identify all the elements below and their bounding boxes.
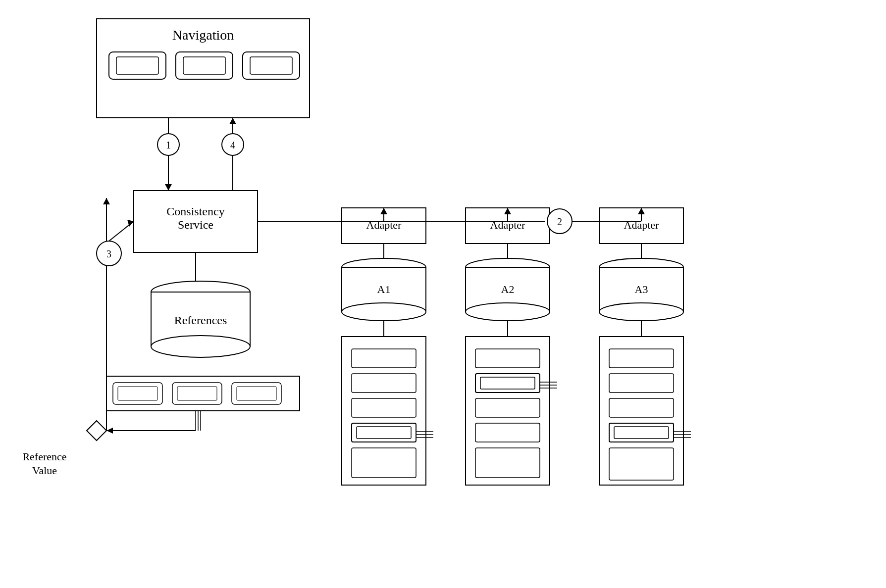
svg-text:1: 1: [166, 140, 171, 150]
svg-rect-23: [352, 374, 416, 392]
svg-rect-36: [480, 377, 535, 389]
svg-rect-12: [237, 387, 276, 400]
svg-point-33: [466, 303, 550, 321]
db-a2-label: A2: [501, 283, 515, 295]
svg-rect-5: [250, 57, 292, 74]
svg-text:4: 4: [230, 140, 235, 150]
svg-text:Value: Value: [32, 464, 57, 477]
svg-rect-10: [118, 387, 157, 400]
db-a3-label: A3: [635, 283, 648, 295]
svg-text:Service: Service: [178, 218, 213, 231]
svg-rect-50: [614, 427, 669, 439]
reference-value-diamond: [87, 421, 106, 441]
svg-rect-26: [357, 427, 411, 439]
reference-value-label: Reference: [22, 450, 66, 463]
svg-marker-64: [229, 118, 236, 124]
svg-rect-42: [475, 448, 540, 478]
architecture-diagram: Navigation Consistency Service Reference…: [0, 0, 886, 588]
svg-rect-4: [183, 57, 225, 74]
svg-rect-34: [475, 349, 540, 368]
svg-text:3: 3: [106, 248, 111, 259]
svg-rect-40: [475, 398, 540, 417]
svg-rect-41: [475, 423, 540, 442]
svg-rect-46: [609, 349, 674, 368]
references-db-bottom: [151, 336, 250, 357]
svg-marker-17: [106, 428, 113, 434]
svg-text:2: 2: [557, 216, 562, 227]
db-a1-label: A1: [377, 283, 391, 295]
svg-rect-48: [609, 398, 674, 417]
svg-point-21: [342, 303, 426, 321]
svg-marker-89: [103, 198, 110, 204]
diagram-container: Navigation Consistency Service Reference…: [0, 0, 886, 588]
svg-rect-22: [352, 349, 416, 368]
references-label: References: [174, 314, 227, 327]
consistency-service-label: Consistency: [166, 205, 224, 218]
svg-rect-47: [609, 374, 674, 392]
svg-rect-54: [609, 448, 674, 480]
svg-rect-24: [352, 398, 416, 417]
svg-marker-59: [165, 184, 172, 191]
svg-rect-3: [116, 57, 158, 74]
svg-rect-30: [352, 448, 416, 478]
navigation-label: Navigation: [172, 27, 234, 43]
svg-point-45: [599, 303, 683, 321]
svg-rect-11: [177, 387, 217, 400]
